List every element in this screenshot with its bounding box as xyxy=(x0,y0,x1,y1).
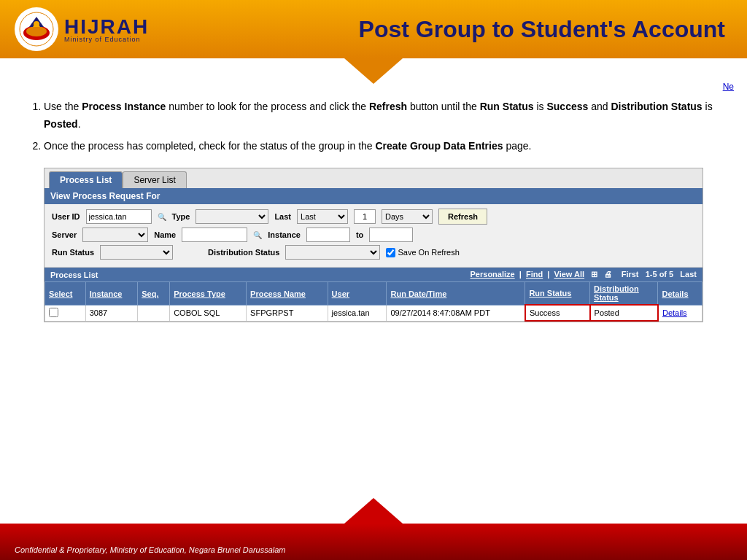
col-seq-link[interactable]: Seq. xyxy=(142,289,158,298)
instance-to-input[interactable] xyxy=(369,228,413,242)
cell-process-name: SFPGRPST xyxy=(247,305,328,321)
save-on-refresh-text: Save On Refresh xyxy=(398,248,459,257)
col-header-instance: Instance xyxy=(85,282,137,306)
col-header-details: Details xyxy=(658,282,703,306)
col-process-name-link[interactable]: Process Name xyxy=(250,289,306,298)
print-icon: 🖨 xyxy=(604,270,612,279)
to-label: to xyxy=(356,230,363,239)
col-header-distribution-status: DistributionStatus xyxy=(590,282,658,306)
cell-run-status: Success xyxy=(525,305,590,321)
instructions: Use the Process Instance number to look … xyxy=(29,98,718,155)
save-on-refresh-label[interactable]: Save On Refresh xyxy=(386,248,459,257)
page-range: 1-5 of 5 xyxy=(646,270,674,279)
filter-row-2: Server Name 🔍 Instance to xyxy=(52,228,695,242)
bold-posted: Posted xyxy=(44,118,78,130)
footer-text: Confidential & Proprietary, Ministry of … xyxy=(15,545,286,554)
bubble-top-wrapper xyxy=(0,58,747,84)
cell-user: jessica.tan xyxy=(328,305,387,321)
tab-process-list[interactable]: Process List xyxy=(49,171,123,188)
user-id-input[interactable] xyxy=(86,209,152,224)
last-label: Last xyxy=(274,212,291,221)
cell-instance: 3087 xyxy=(85,305,137,321)
process-table: Select Instance Seq. Process Type Proces… xyxy=(44,281,703,322)
bold-create-group: Create Group Data Entries xyxy=(375,140,503,152)
save-on-refresh-checkbox[interactable] xyxy=(386,248,395,257)
instruction-item-9: Use the Process Instance number to look … xyxy=(44,98,718,133)
header: HIJRAH Ministry of Education Post Group … xyxy=(0,0,747,58)
bold-run-status: Run Status xyxy=(480,101,534,112)
logo-text: HIJRAH xyxy=(64,15,149,38)
col-user-link[interactable]: User xyxy=(332,289,349,298)
name-search-icon[interactable]: 🔍 xyxy=(253,231,262,239)
col-header-process-type: Process Type xyxy=(170,282,247,306)
col-instance-link[interactable]: Instance xyxy=(90,289,123,298)
last-select[interactable]: Last xyxy=(297,209,348,224)
logo-icon xyxy=(18,11,55,47)
cell-details: Details xyxy=(658,305,703,321)
filter-area: User ID 🔍 Type Last Last Days Refresh Se… xyxy=(44,204,703,268)
type-label: Type xyxy=(172,212,190,221)
instance-input[interactable] xyxy=(306,228,350,242)
col-header-user: User xyxy=(328,282,387,306)
instance-label: Instance xyxy=(268,230,301,239)
process-section: Process List Server List View Process Re… xyxy=(44,168,703,322)
ne-link[interactable]: Ne xyxy=(723,82,734,92)
col-process-type-link[interactable]: Process Type xyxy=(174,289,225,298)
instruction-item-10: Once the process has completed, check fo… xyxy=(44,138,718,155)
page-title: Post Group to Student's Account xyxy=(149,16,732,43)
type-select[interactable] xyxy=(196,209,268,224)
bold-distribution-status: Distribution Status xyxy=(611,101,702,112)
view-header: View Process Request For xyxy=(44,188,703,204)
details-link[interactable]: Details xyxy=(662,308,687,317)
cell-process-type: COBOL SQL xyxy=(170,305,247,321)
user-id-label: User ID xyxy=(52,212,80,221)
row-checkbox[interactable] xyxy=(49,308,58,317)
tab-server-list[interactable]: Server List xyxy=(123,171,186,188)
distribution-status-select[interactable] xyxy=(285,245,380,260)
filter-row-1: User ID 🔍 Type Last Last Days Refresh xyxy=(52,209,695,225)
tabs-row: Process List Server List xyxy=(44,168,703,188)
days-select[interactable]: Days xyxy=(382,209,433,224)
col-run-datetime-link[interactable]: Run Date/Time xyxy=(390,289,446,298)
svg-point-2 xyxy=(26,26,47,36)
process-list-nav: Personalize | Find | View All ⊞ 🖨 First … xyxy=(471,270,697,279)
table-row: 3087 COBOL SQL SFPGRPST jessica.tan 09/2… xyxy=(45,305,703,321)
cell-seq xyxy=(138,305,170,321)
cell-distribution-status: Posted xyxy=(590,305,658,321)
server-select[interactable] xyxy=(82,228,148,242)
server-label: Server xyxy=(52,230,77,239)
days-value-input[interactable] xyxy=(354,209,376,224)
name-input[interactable] xyxy=(182,228,247,242)
col-run-status-link[interactable]: Run Status xyxy=(529,289,571,298)
bubble-bottom-arrow xyxy=(344,498,403,524)
name-label: Name xyxy=(154,230,176,239)
col-header-process-name: Process Name xyxy=(247,282,328,306)
col-header-select: Select xyxy=(45,282,86,306)
personalize-link[interactable]: Personalize xyxy=(471,270,515,279)
cell-select xyxy=(45,305,86,321)
bold-success: Success xyxy=(546,101,588,112)
col-header-seq: Seq. xyxy=(138,282,170,306)
main-content: Use the Process Instance number to look … xyxy=(0,84,747,330)
nav-info: First 1-5 of 5 Last xyxy=(622,270,697,279)
find-link[interactable]: Find xyxy=(526,270,543,279)
col-distribution-status-link[interactable]: DistributionStatus xyxy=(594,284,639,302)
run-status-label: Run Status xyxy=(52,248,94,257)
process-list-header-row: Process List Personalize | Find | View A… xyxy=(44,268,703,281)
bold-refresh: Refresh xyxy=(369,101,407,112)
col-details-link[interactable]: Details xyxy=(662,289,688,298)
user-id-search-icon[interactable]: 🔍 xyxy=(158,213,166,221)
logo-text-block: HIJRAH Ministry of Education xyxy=(64,15,149,43)
footer: Confidential & Proprietary, Ministry of … xyxy=(0,524,747,560)
cell-run-datetime: 09/27/2014 8:47:08AM PDT xyxy=(387,305,525,321)
refresh-button[interactable]: Refresh xyxy=(438,209,487,225)
grid-icon: ⊞ xyxy=(591,270,597,279)
logo-area: HIJRAH Ministry of Education xyxy=(15,7,149,51)
distribution-status-label: Distribution Status xyxy=(208,248,279,257)
col-header-run-datetime: Run Date/Time xyxy=(387,282,525,306)
view-all-link[interactable]: View All xyxy=(554,270,585,279)
bubble-top-arrow xyxy=(344,58,403,84)
logo-circle xyxy=(15,7,58,51)
run-status-select[interactable] xyxy=(100,245,173,260)
col-select-link[interactable]: Select xyxy=(49,289,72,298)
